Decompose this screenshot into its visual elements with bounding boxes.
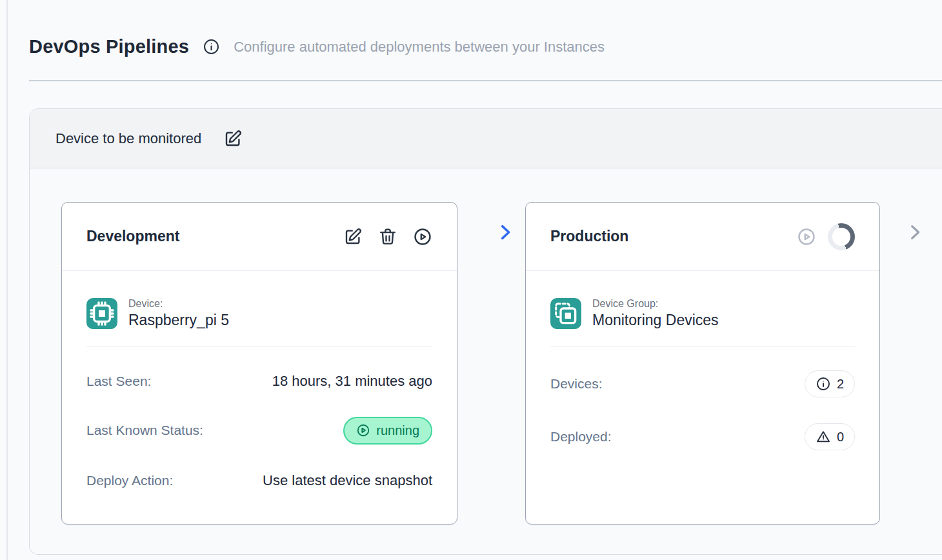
- chevron-right-icon: [496, 223, 515, 242]
- card-divider: [86, 346, 432, 346]
- device-group-label: Device Group:: [592, 298, 719, 310]
- stage-card-development: Development: [61, 202, 457, 525]
- production-card-header: Production: [526, 203, 879, 271]
- info-icon[interactable]: [203, 38, 220, 55]
- page-title: DevOps Pipelines: [29, 36, 189, 57]
- page-header: DevOps Pipelines Configure automated dep…: [29, 36, 942, 57]
- device-group-name: Monitoring Devices: [592, 312, 719, 329]
- deployed-label: Deployed:: [550, 429, 612, 445]
- play-circle-icon: [356, 423, 370, 437]
- device-row: Device: Raspberry_pi 5: [86, 298, 432, 329]
- deployed-count: 0: [837, 430, 844, 445]
- info-circle-icon: [816, 376, 831, 392]
- warning-triangle-icon: [816, 429, 831, 445]
- device-group-identity: Device Group: Monitoring Devices: [592, 298, 719, 329]
- devices-count-pill[interactable]: 2: [805, 370, 855, 397]
- devices-count: 2: [837, 377, 844, 392]
- last-known-status-row: Last Known Status: running: [86, 415, 432, 446]
- last-seen-value: 18 hours, 31 minutes ago: [272, 373, 432, 390]
- deploy-action-value: Use latest device snapshot: [263, 472, 432, 489]
- deploy-action-row: Deploy Action: Use latest device snapsho…: [86, 465, 432, 496]
- stage-title-development: Development: [86, 228, 343, 245]
- development-card-header: Development: [62, 203, 457, 271]
- device-identity: Device: Raspberry_pi 5: [128, 298, 229, 329]
- status-badge-text: running: [376, 423, 419, 438]
- page-subtitle: Configure automated deployments between …: [234, 39, 605, 55]
- cpu-chip-icon: [86, 298, 117, 329]
- chevron-right-icon: [905, 223, 925, 242]
- delete-stage-icon[interactable]: [378, 227, 397, 246]
- edit-stage-icon[interactable]: [343, 227, 363, 246]
- last-seen-label: Last Seen:: [86, 374, 151, 389]
- status-badge: running: [343, 417, 432, 445]
- device-label: Device:: [128, 298, 229, 310]
- header-divider: [29, 80, 942, 81]
- card-divider: [550, 346, 855, 346]
- edit-pipeline-name-icon[interactable]: [223, 129, 243, 148]
- run-stage-disabled-icon[interactable]: [797, 227, 816, 246]
- device-name: Raspberry_pi 5: [128, 312, 229, 329]
- last-seen-row: Last Seen: 18 hours, 31 minutes ago: [86, 366, 432, 397]
- deploy-action-label: Deploy Action:: [86, 473, 173, 488]
- run-stage-icon[interactable]: [413, 227, 432, 246]
- pipeline-panel-header: Device to be monitored: [30, 109, 942, 168]
- stage-card-production: Production: [525, 202, 880, 525]
- production-actions: [797, 223, 855, 250]
- deployed-row: Deployed: 0: [550, 421, 855, 452]
- last-known-status-label: Last Known Status:: [86, 423, 203, 438]
- cpu-chip-group-icon: [550, 298, 581, 329]
- device-group-row: Device Group: Monitoring Devices: [550, 298, 855, 329]
- stage-title-production: Production: [550, 228, 797, 245]
- devices-row: Devices: 2: [550, 368, 855, 399]
- content-left-border: [6, 0, 8, 560]
- pipeline-panel: Device to be monitored Development: [29, 108, 942, 555]
- loading-spinner: [828, 223, 855, 250]
- development-actions: [343, 227, 432, 246]
- devices-label: Devices:: [550, 376, 603, 392]
- development-card-body: Device: Raspberry_pi 5 Last Seen: 18 hou…: [62, 298, 457, 496]
- pipeline-name: Device to be monitored: [55, 130, 201, 147]
- deployed-count-pill[interactable]: 0: [805, 423, 855, 450]
- production-card-body: Device Group: Monitoring Devices Devices…: [526, 298, 879, 452]
